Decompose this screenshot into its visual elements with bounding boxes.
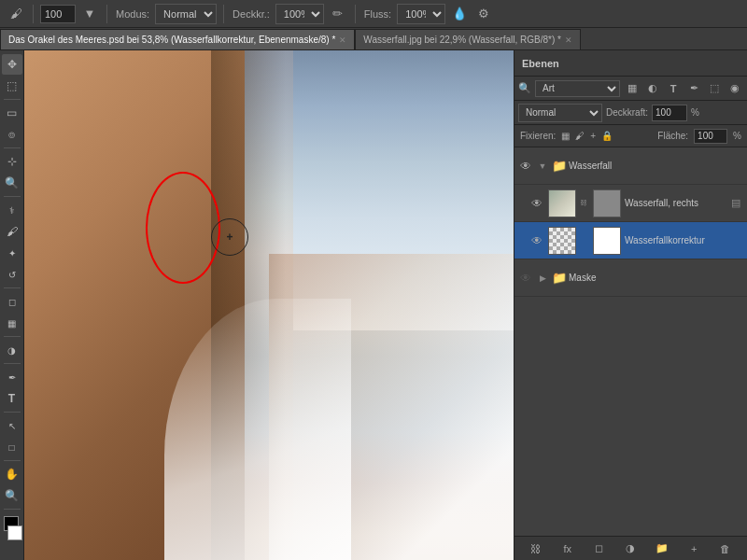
layer-rechts-thumb [548,189,576,217]
brush-preset-icon[interactable]: ▼ [79,4,100,24]
wasserfall-folder-icon: 📁 [552,159,567,173]
lock-transparent-icon[interactable]: ▦ [561,131,570,141]
gradient-tool[interactable]: ▦ [2,313,22,333]
settings-icon[interactable]: ⚙ [473,4,494,24]
layer-maske-visibility[interactable]: 👁 [518,271,533,286]
history-brush-tool[interactable]: ↺ [2,264,22,285]
lock-paint-icon[interactable]: 🖌 [575,131,585,141]
separator-2 [106,5,107,23]
opacity-input[interactable] [652,105,687,121]
layer-wasserfall-expand[interactable]: ▼ [537,159,548,174]
lock-artboard-icon[interactable]: + [590,131,596,141]
airbrush-icon[interactable]: 💧 [449,4,470,24]
lock-move-icon[interactable]: 🔒 [601,131,613,141]
layer-rechts-visibility[interactable]: 👁 [529,196,544,211]
tool-sep-2 [4,147,21,148]
lasso-tool[interactable]: ⌾ [2,124,22,145]
brush-size-input[interactable] [40,5,76,23]
tool-sep-9 [4,509,21,510]
delete-layer-btn[interactable]: 🗑 [717,540,734,557]
separator-4 [355,5,356,23]
hand-tool[interactable]: ✋ [2,464,22,484]
layer-korrektur-name: Wasserfallkorrektur [625,235,743,245]
layer-wasserfallkorrektur[interactable]: 👁 Wasserfallkorrektur [514,222,747,259]
zoom-tool[interactable]: 🔍 [2,485,22,506]
layer-maske-expand[interactable]: ▶ [537,271,548,286]
opacity-dropdown[interactable]: 100% [275,4,324,24]
text-tool[interactable]: T [2,388,22,409]
layers-panel: Ebenen 🔍 Art ▦ ◐ T ✒ ⬚ ◉ Normal Deckkraf… [514,50,747,560]
add-mask-btn[interactable]: ◻ [591,540,608,557]
layers-lock-row: Fixieren: ▦ 🖌 + 🔒 Fläche: % [514,125,747,147]
background-color[interactable] [7,525,22,540]
tab-jpg[interactable]: Wasserfall.jpg bei 22,9% (Wasserfall, RG… [355,29,581,49]
artboard-tool[interactable]: ⬚ [2,76,22,96]
marquee-rect-tool[interactable]: ▭ [2,103,22,123]
add-style-btn[interactable]: fx [559,540,576,557]
layer-wasserfall-visibility[interactable]: 👁 [518,159,533,174]
layers-mode-dropdown[interactable]: Normal [518,104,602,122]
healing-brush-tool[interactable]: ⚕ [2,200,22,220]
smartobj-filter-btn[interactable]: ⬚ [706,80,723,97]
layer-filter-dropdown[interactable]: Art [535,80,620,97]
layers-bottom: ⛓ fx ◻ ◑ 📁 + 🗑 [514,536,747,560]
dodge-tool[interactable]: ◑ [2,340,22,360]
tab-bar: Das Orakel des Meeres.psd bei 53,8% (Was… [0,28,747,50]
fill-label: Fläche: [657,131,688,141]
canvas-area[interactable]: + [24,50,514,560]
tool-sep-7 [4,412,21,413]
layer-korrektur-visibility[interactable]: 👁 [529,233,544,248]
maske-group-name: Maske [569,273,743,283]
pen-pressure-icon[interactable]: ✏ [328,4,348,24]
maske-folder-icon: 📁 [552,271,567,285]
search-icon: 🔍 [518,82,531,94]
tab-psd[interactable]: Das Orakel des Meeres.psd bei 53,8% (Was… [0,29,355,49]
layers-panel-header: Ebenen [514,50,747,77]
main-area: ✥ ⬚ ▭ ⌾ ⊹ 🔍 ⚕ 🖌 ✦ ↺ ◻ ▦ ◑ ✒ T ↖ □ ✋ 🔍 [0,50,747,560]
new-layer-btn[interactable]: + [685,540,702,557]
shape-tool[interactable]: □ [2,437,22,457]
opacity-pct: % [691,107,699,118]
new-adjustment-btn[interactable]: ◑ [622,540,639,557]
flow-dropdown[interactable]: 100% [397,4,445,24]
text-filter-btn[interactable]: T [665,80,682,97]
path-select-tool[interactable]: ↖ [2,415,22,436]
eraser-tool[interactable]: ◻ [2,291,22,312]
layers-panel-title: Ebenen [522,58,559,69]
brush-tool[interactable]: 🖌 [2,221,22,242]
tool-sep-4 [4,287,21,288]
layer-rechts-options[interactable]: ▤ [728,196,743,211]
layer-wasserfall-group[interactable]: 👁 ▼ 📁 Wasserfall [514,147,747,185]
new-group-btn[interactable]: 📁 [654,540,670,557]
adjustment-filter-btn[interactable]: ◐ [644,80,661,97]
tab-psd-close[interactable]: ✕ [339,35,346,45]
color-boxes[interactable] [2,516,22,542]
fill-input[interactable] [694,129,727,144]
layers-mode-row: Normal Deckkraft: % [514,101,747,125]
mode-dropdown[interactable]: Normal [155,4,217,24]
separator-1 [33,5,34,23]
layers-list: 👁 ▼ 📁 Wasserfall 👁 ⛓ Wasserfall, rechts … [514,147,747,536]
layer-maske-group[interactable]: 👁 ▶ 📁 Maske [514,259,747,297]
pixel-filter-btn[interactable]: ▦ [624,80,641,97]
tab-jpg-close[interactable]: ✕ [565,35,572,45]
tool-sep-8 [4,460,21,461]
filter-toggle-btn[interactable]: ◉ [726,80,743,97]
layers-search-row: 🔍 Art ▦ ◐ T ✒ ⬚ ◉ [514,77,747,101]
link-layers-btn[interactable]: ⛓ [528,540,544,557]
vector-filter-btn[interactable]: ✒ [685,80,702,97]
brush-tool-icon[interactable]: 🖌 [6,4,26,24]
fixieren-label: Fixieren: [520,131,556,141]
layer-rechts-name: Wasserfall, rechts [625,198,725,208]
eyedropper-tool[interactable]: 🔍 [2,173,22,193]
crop-tool[interactable]: ⊹ [2,151,22,172]
wasserfall-group-name: Wasserfall [569,161,743,171]
stamp-tool[interactable]: ✦ [2,243,22,263]
tab-psd-label: Das Orakel des Meeres.psd bei 53,8% (Was… [8,35,335,45]
move-tool[interactable]: ✥ [2,54,22,75]
layer-wasserfall-rechts[interactable]: 👁 ⛓ Wasserfall, rechts ▤ [514,185,747,222]
pen-tool[interactable]: ✒ [2,367,22,387]
tool-sep-6 [4,363,21,364]
opacity-label: Deckkr.: [233,8,270,20]
flow-label: Fluss: [364,8,391,20]
